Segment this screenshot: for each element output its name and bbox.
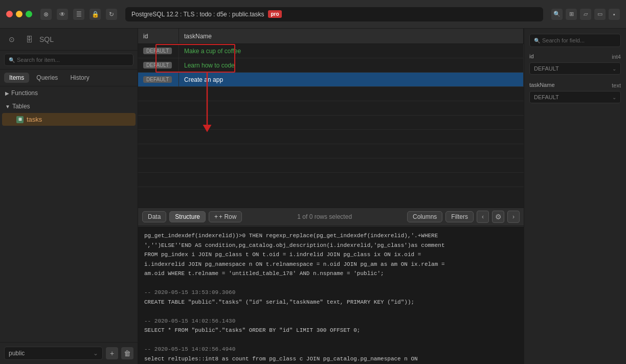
cell-taskname-2: Learn how to code [179, 58, 524, 72]
search-icon: 🔍 [9, 57, 15, 63]
minimize-button[interactable] [16, 11, 23, 17]
table-row[interactable]: DEFAULT Make a cup of coffee [138, 44, 524, 58]
chevron-down-icon: ⌄ [612, 66, 616, 72]
search-icon: 🔍 [534, 38, 540, 43]
pro-badge: pro [268, 10, 281, 18]
list-icon[interactable]: ☰ [73, 9, 84, 20]
table-row[interactable] [138, 116, 524, 130]
connection-bar: PostgreSQL 12.2 : TLS : todo : d5e : pub… [125, 7, 543, 21]
sidebar-item-tasks[interactable]: ⊞ tasks [2, 113, 136, 126]
structure-button[interactable]: Structure [169, 211, 206, 222]
sidebar-top: ⊙ 🗄 SQL [0, 29, 138, 51]
cell-taskname-3: Create an app [179, 73, 524, 86]
delete-item-button[interactable]: 🗑 [121, 347, 133, 359]
sidebar-footer: public ⌄ + 🗑 [0, 342, 138, 364]
table-row[interactable] [138, 173, 524, 187]
table-toolbar: Data Structure + + Row 1 of 0 rows selec… [138, 208, 524, 226]
field-id-type: int4 [612, 54, 621, 60]
table-wrapper: id taskName [138, 29, 524, 226]
sql-line: FROM pg_index i JOIN pg_class t ON t.oid… [144, 251, 518, 259]
sql-comment-line: -- 2020-05-15 14:02:56.4940 [144, 345, 518, 354]
field-id-section: id int4 DEFAULT ⌄ [529, 53, 621, 75]
right-panel: 🔍 Search for field... id int4 DEFAULT ⌄ … [524, 29, 626, 364]
default-badge: DEFAULT [143, 62, 172, 69]
column-header-taskname: taskName [179, 29, 524, 43]
tab-items[interactable]: Items [4, 73, 29, 83]
grid-icon[interactable]: ⊞ [566, 9, 577, 20]
functions-label: Functions [11, 89, 38, 97]
sidebar-tables-header[interactable]: ▼ Tables [0, 100, 138, 113]
table-row[interactable]: DEFAULT Learn how to code [138, 58, 524, 73]
table-row[interactable] [138, 144, 524, 158]
plus-icon: + [214, 213, 218, 220]
window-layout-2-icon[interactable]: ▭ [594, 9, 606, 20]
chrome-left-icons: ⊗ 👁 ☰ 🔒 ↻ [40, 9, 117, 20]
right-search[interactable]: 🔍 Search for field... [529, 34, 621, 47]
table-header: id taskName [138, 29, 524, 44]
sidebar-search[interactable]: 🔍 Search for item... [4, 54, 133, 66]
default-badge: DEFAULT [143, 48, 172, 54]
table-row[interactable] [138, 130, 524, 144]
field-id-label: id [529, 53, 534, 59]
field-taskname-label: taskName [529, 82, 555, 88]
close-icon[interactable]: ⊗ [40, 9, 52, 20]
field-taskname-value: DEFAULT [534, 94, 559, 100]
tab-queries[interactable]: Queries [31, 73, 63, 83]
field-id-value: DEFAULT [534, 65, 559, 72]
table-row[interactable]: DEFAULT Create an app [138, 73, 524, 87]
sql-line [144, 307, 518, 316]
field-id-input[interactable]: DEFAULT ⌄ [529, 62, 621, 75]
chrome-right-icons: 🔍 ⊞ ▱ ▭ ▪ [551, 9, 620, 20]
sql-line [144, 336, 518, 345]
cell-taskname-1: Make a cup of coffee [179, 44, 524, 58]
column-header-id: id [138, 29, 179, 43]
columns-button[interactable]: Columns [407, 211, 442, 222]
table-row[interactable] [138, 158, 524, 173]
settings-button[interactable]: ⚙ [492, 211, 504, 223]
toolbar-status: 1 of 0 rows selected [245, 213, 404, 220]
table-row[interactable] [138, 101, 524, 116]
field-taskname-input[interactable]: DEFAULT ⌄ [529, 91, 621, 103]
search-icon[interactable]: 🔍 [551, 9, 563, 20]
sidebar-icon-1[interactable]: ⊙ [5, 33, 18, 46]
window-layout-1-icon[interactable]: ▱ [580, 9, 591, 20]
cell-id-2: DEFAULT [138, 58, 179, 72]
sidebar-icon-2[interactable]: 🗄 [23, 33, 36, 46]
schema-selector[interactable]: public ⌄ [4, 347, 103, 360]
refresh-icon[interactable]: ↻ [106, 9, 117, 20]
sidebar-functions-header[interactable]: ▶ Functions [0, 86, 138, 100]
field-taskname-section: taskName text DEFAULT ⌄ [529, 82, 621, 103]
add-row-button[interactable]: + + Row [209, 211, 242, 222]
add-item-button[interactable]: + [106, 347, 118, 359]
table-row[interactable] [138, 87, 524, 101]
sql-line: ','')ELSE''END AS condition,pg_catalog.o… [144, 241, 518, 250]
sidebar-tabs: Items Queries History [0, 70, 138, 86]
sql-comment-line: -- 2020-05-15 13:53:09.3060 [144, 288, 518, 297]
close-button[interactable] [6, 11, 13, 17]
field-taskname-type: text [612, 82, 621, 88]
sql-line: SELECT * FROM "public"."tasks" ORDER BY … [144, 326, 518, 335]
lock-icon[interactable]: 🔒 [90, 9, 101, 20]
sidebar-icon-3[interactable]: SQL [40, 33, 53, 46]
sidebar-search-placeholder: Search for item... [17, 57, 60, 63]
arrow-icon: ▶ [5, 90, 9, 96]
right-search-placeholder: Search for field... [542, 37, 585, 43]
prev-page-button[interactable]: ‹ [477, 211, 489, 223]
next-page-button[interactable]: › [507, 211, 520, 223]
schema-name: public [9, 350, 25, 357]
main-layout: ⊙ 🗄 SQL 🔍 Search for item... Items Queri… [0, 29, 626, 364]
window-layout-3-icon[interactable]: ▪ [609, 9, 620, 20]
sidebar: ⊙ 🗄 SQL 🔍 Search for item... Items Queri… [0, 29, 138, 364]
data-button[interactable]: Data [142, 211, 166, 222]
table-icon: ⊞ [16, 116, 24, 123]
default-badge: DEFAULT [143, 76, 172, 83]
tab-history[interactable]: History [65, 73, 94, 83]
sql-line: select reltuples::int8 as count from pg_… [144, 355, 518, 363]
content-area: id taskName [138, 29, 524, 364]
table-name: tasks [27, 116, 42, 123]
filters-button[interactable]: Filters [445, 211, 474, 222]
sql-line: pg_get_indexdef(indexrelid))>0 THEN rege… [144, 232, 518, 240]
fullscreen-button[interactable] [26, 11, 32, 17]
table-body: DEFAULT Make a cup of coffee DEFAULT Lea… [138, 44, 524, 208]
eye-icon[interactable]: 👁 [57, 9, 68, 20]
